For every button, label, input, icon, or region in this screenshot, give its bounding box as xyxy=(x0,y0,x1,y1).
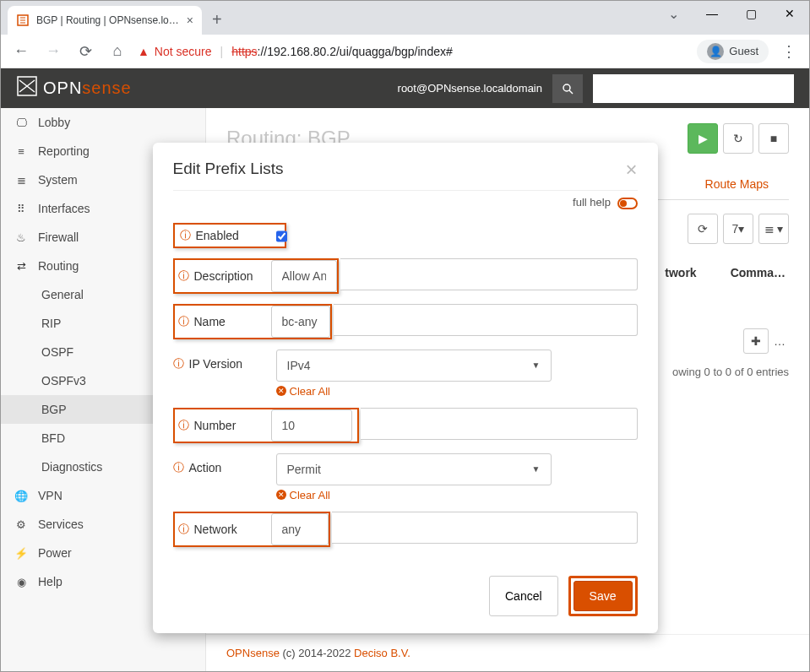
network-input-ext[interactable] xyxy=(332,512,638,544)
info-icon: ⓘ xyxy=(178,522,189,537)
clear-label: Clear All xyxy=(290,385,330,398)
back-button[interactable]: ← xyxy=(9,42,33,60)
forward-button: → xyxy=(41,42,65,60)
number-input[interactable] xyxy=(271,409,352,442)
clear-icon: ✕ xyxy=(276,490,286,500)
info-icon: ⓘ xyxy=(173,356,184,371)
close-window-button[interactable]: ✕ xyxy=(770,1,809,26)
cancel-button[interactable]: Cancel xyxy=(489,576,558,616)
modal-backdrop: Edit Prefix Lists × full help ⓘ Enabled … xyxy=(1,68,809,671)
clear-icon: ✕ xyxy=(276,386,286,396)
favicon-icon xyxy=(16,14,30,27)
url-text: https://192.168.80.2/ui/quagga/bgp/index… xyxy=(231,45,453,58)
browser-chrome: BGP | Routing | OPNsense.locald × + ⌄ — … xyxy=(1,1,809,68)
info-icon: ⓘ xyxy=(178,314,189,329)
action-label: Action xyxy=(189,461,222,474)
enabled-checkbox[interactable] xyxy=(276,230,287,242)
ipversion-label: IP Version xyxy=(189,357,243,371)
info-icon: ⓘ xyxy=(173,460,184,475)
ipversion-select[interactable]: IPv4 ▼ xyxy=(276,350,552,382)
caret-icon: ▼ xyxy=(532,464,541,474)
home-button[interactable]: ⌂ xyxy=(106,42,129,60)
network-label: Network xyxy=(194,523,237,536)
new-tab-button[interactable]: + xyxy=(212,10,222,30)
full-help-row: full help xyxy=(173,190,638,218)
url-bar[interactable]: ▲ Not secure | https://192.168.80.2/ui/q… xyxy=(138,45,688,58)
modal-title: Edit Prefix Lists xyxy=(173,160,284,180)
action-value: Permit xyxy=(287,463,321,476)
minimize-button[interactable]: — xyxy=(693,1,731,26)
chevron-down-icon[interactable]: ⌄ xyxy=(654,1,693,26)
info-icon: ⓘ xyxy=(180,228,191,243)
guest-label: Guest xyxy=(729,45,758,57)
info-icon: ⓘ xyxy=(178,418,189,433)
full-help-toggle[interactable] xyxy=(617,198,638,209)
window-controls: ⌄ — ▢ ✕ xyxy=(654,1,809,26)
reload-button[interactable]: ⟳ xyxy=(73,42,97,61)
full-help-label: full help xyxy=(573,196,611,209)
action-clear-button[interactable]: ✕Clear All xyxy=(276,489,638,501)
warning-icon: ▲ xyxy=(138,45,149,58)
save-button[interactable]: Save xyxy=(574,581,633,611)
description-input[interactable] xyxy=(271,260,337,292)
tab-title: BGP | Routing | OPNsense.locald xyxy=(36,14,180,26)
browser-menu-button[interactable]: ⋮ xyxy=(777,42,801,61)
name-label: Name xyxy=(194,315,226,328)
browser-tab[interactable]: BGP | Routing | OPNsense.locald × xyxy=(8,6,202,35)
guest-badge[interactable]: 👤 Guest xyxy=(697,40,769,63)
number-input-ext[interactable] xyxy=(361,408,638,440)
description-label: Description xyxy=(194,269,253,283)
url-scheme: https xyxy=(231,45,257,58)
name-input-ext[interactable] xyxy=(334,304,638,336)
number-label: Number xyxy=(194,419,236,432)
ipversion-clear-button[interactable]: ✕Clear All xyxy=(276,385,638,398)
address-bar: ← → ⟳ ⌂ ▲ Not secure | https://192.168.8… xyxy=(1,35,809,68)
url-path: ://192.168.80.2/ui/quagga/bgp/index# xyxy=(258,45,453,58)
ipversion-value: IPv4 xyxy=(287,359,311,372)
user-icon: 👤 xyxy=(707,43,724,60)
name-input[interactable] xyxy=(271,306,330,338)
info-icon: ⓘ xyxy=(178,268,189,284)
not-secure-label: Not secure xyxy=(155,45,212,58)
clear-label: Clear All xyxy=(290,489,330,501)
caret-icon: ▼ xyxy=(532,360,541,370)
tab-strip: BGP | Routing | OPNsense.locald × + ⌄ — … xyxy=(1,1,809,35)
tab-close-icon[interactable]: × xyxy=(187,14,193,27)
action-select[interactable]: Permit ▼ xyxy=(276,453,552,485)
not-secure-indicator: ▲ Not secure xyxy=(138,45,212,58)
description-input-ext[interactable] xyxy=(340,258,638,290)
network-input[interactable] xyxy=(271,513,329,545)
maximize-button[interactable]: ▢ xyxy=(731,1,770,26)
modal-close-button[interactable]: × xyxy=(625,160,637,180)
enabled-label: Enabled xyxy=(196,229,239,242)
modal-edit-prefix-lists: Edit Prefix Lists × full help ⓘ Enabled … xyxy=(153,143,658,633)
